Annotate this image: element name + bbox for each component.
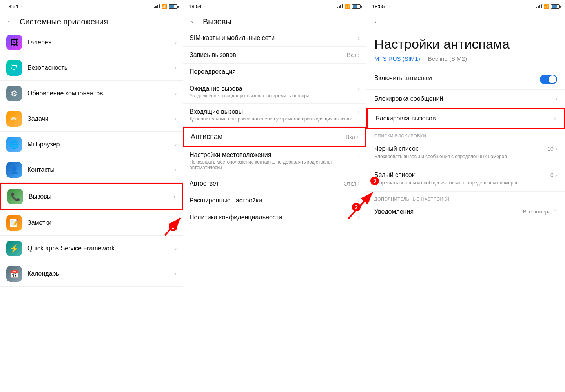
header-2: ← Вызовы (183, 13, 366, 30)
notifications-label: Уведомления (374, 208, 520, 215)
signal-icon-1 (154, 4, 160, 8)
notes-icon: 📝 (6, 215, 22, 231)
contacts-label: Контакты (27, 166, 175, 173)
list-item-antispam[interactable]: Антиспам Вкл › (183, 127, 366, 147)
list-item-location[interactable]: Настройки местоположения Показывать мест… (183, 147, 366, 175)
section-blocklist: СПИСКИ БЛОКИРОВКИ (366, 129, 565, 140)
browser-chevron: › (175, 141, 177, 148)
contacts-icon: 👤 (6, 162, 22, 178)
privacy-label: Политика конфиденциальности (190, 214, 358, 221)
list-item-quickapps[interactable]: ⚡ Quick apps Service Framework › (0, 236, 183, 261)
incoming-label: Входящие вызовы (190, 108, 358, 115)
waiting-chevron: › (358, 86, 360, 93)
whitelist-item[interactable]: Белый список Разрешать вызовы и сообщени… (366, 166, 565, 192)
blacklist-chevron: › (555, 145, 557, 152)
toggle-antispam-item[interactable]: Включить антиспам (366, 69, 565, 90)
gallery-icon: 🖼 (6, 35, 22, 50)
signal-icon-3 (536, 4, 542, 8)
contacts-chevron: › (175, 166, 177, 173)
list-item-sim[interactable]: SIM-карты и мобильные сети › (183, 30, 366, 47)
list-item-calls[interactable]: 📞 Вызовы › (0, 183, 183, 210)
tab-sim2[interactable]: Beeline (SIM2) (428, 55, 467, 64)
block-messages-chevron: › (555, 95, 557, 102)
step-3-badge: 3 (370, 177, 379, 185)
privacy-chevron: › (358, 214, 360, 221)
quickapps-label: Quick apps Service Framework (27, 245, 175, 252)
toggle-antispam-label: Включить антиспам (374, 75, 540, 82)
record-status: Вкл (347, 52, 356, 58)
wifi-icon-3: 📶 (543, 4, 549, 9)
status-bar-1: 18:54 ·· 📶 (0, 0, 183, 13)
time-3: 18:55 (372, 4, 385, 9)
list-item-gallery[interactable]: 🖼 Галерея › (0, 30, 183, 55)
system-apps-list: 🖼 Галерея › 🛡 Безопасность › ⚙ Обновлени… (0, 30, 183, 392)
block-calls-chevron: › (554, 115, 556, 122)
list-item-incoming[interactable]: Входящие вызовы Дополнительные настройки… (183, 104, 366, 127)
sim-tabs: MTS RUS (SIM1) Beeline (SIM2) (366, 55, 565, 69)
page-title-2: Вызовы (203, 17, 231, 26)
advanced-label: Расширенные настройки (190, 197, 358, 204)
whitelist-label: Белый список (374, 171, 547, 179)
waiting-subtitle: Уведомление о входящих вызовах во время … (190, 93, 358, 98)
security-label: Безопасность (27, 64, 175, 71)
toggle-knob (549, 75, 556, 83)
blacklist-count: 10 (547, 146, 554, 152)
page-title-3: Настройки антиспама (366, 30, 565, 55)
page-title-1: Системные приложения (20, 17, 108, 26)
security-chevron: › (175, 64, 177, 71)
list-item-waiting[interactable]: Ожидание вызова Уведомление о входящих в… (183, 80, 366, 104)
signal-icon-2 (337, 4, 343, 8)
list-item-autoanswer[interactable]: Автоответ Откл › (183, 175, 366, 192)
list-item-contacts[interactable]: 👤 Контакты › (0, 157, 183, 183)
tasks-icon: ✏ (6, 111, 22, 127)
battery-icon-1 (169, 4, 177, 9)
calls-settings-list: SIM-карты и мобильные сети › Запись вызо… (183, 30, 366, 392)
step-2-badge: 2 (352, 203, 361, 211)
battery-icon-2 (352, 4, 361, 9)
blacklist-item[interactable]: Черный список Блокировать вызовы и сообщ… (366, 140, 565, 166)
list-item-tasks[interactable]: ✏ Задачи › (0, 106, 183, 132)
tab-sim1[interactable]: MTS RUS (SIM1) (374, 55, 420, 64)
sim-label: SIM-карты и мобильные сети (190, 35, 358, 42)
list-item-notes[interactable]: 📝 Заметки › (0, 210, 183, 236)
antispam-chevron: › (357, 133, 359, 140)
notifications-expand-icon: ⌃ (552, 208, 557, 215)
dots-2: ·· (204, 4, 207, 9)
calls-label: Вызовы (29, 193, 173, 200)
antispam-toggle[interactable] (540, 75, 557, 84)
calendar-chevron: › (175, 270, 177, 277)
list-item-forward[interactable]: Переадресация › (183, 64, 366, 80)
calls-icon: 📞 (7, 189, 23, 204)
list-item-privacy[interactable]: Политика конфиденциальности › (183, 209, 366, 226)
list-item-advanced[interactable]: Расширенные настройки › (183, 192, 366, 209)
record-chevron: › (358, 51, 360, 58)
incoming-chevron: › (358, 109, 360, 116)
update-label: Обновление компонентов (27, 90, 175, 97)
block-messages-item[interactable]: Блокировка сообщений › (366, 90, 565, 108)
notifications-item[interactable]: Уведомления Все номера ⌃ (366, 203, 565, 221)
autoanswer-chevron: › (358, 180, 360, 187)
list-item-browser[interactable]: 🌐 Mi Браузер › (0, 132, 183, 157)
update-icon: ⚙ (6, 86, 22, 101)
back-button-2[interactable]: ← (190, 16, 198, 27)
block-calls-item[interactable]: Блокировка вызовов › (366, 108, 565, 129)
location-label: Настройки местоположения (190, 151, 358, 159)
list-item-record[interactable]: Запись вызовов Вкл › (183, 47, 366, 64)
wifi-icon-1: 📶 (161, 4, 167, 9)
list-item-calendar[interactable]: 📅 Календарь › (0, 261, 183, 287)
calendar-label: Календарь (27, 270, 175, 277)
back-button-1[interactable]: ← (6, 16, 15, 27)
panel-calls-settings: 18:54 ·· 📶 ← Вызовы (183, 0, 366, 392)
browser-label: Mi Браузер (27, 141, 175, 148)
blacklist-subtitle: Блокировать вызовы и сообщения с определ… (374, 153, 544, 160)
antispam-status: Вкл (346, 134, 355, 140)
autoanswer-status: Откл (344, 181, 356, 187)
forward-chevron: › (358, 68, 360, 75)
battery-icon-3 (551, 4, 560, 9)
update-chevron: › (175, 90, 177, 97)
list-item-update[interactable]: ⚙ Обновление компонентов › (0, 81, 183, 106)
panel-system-apps: 18:54 ·· 📶 ← Системные приложения (0, 0, 183, 392)
list-item-security[interactable]: 🛡 Безопасность › (0, 55, 183, 81)
back-button-3[interactable]: ← (373, 16, 381, 27)
calls-chevron: › (173, 193, 175, 200)
